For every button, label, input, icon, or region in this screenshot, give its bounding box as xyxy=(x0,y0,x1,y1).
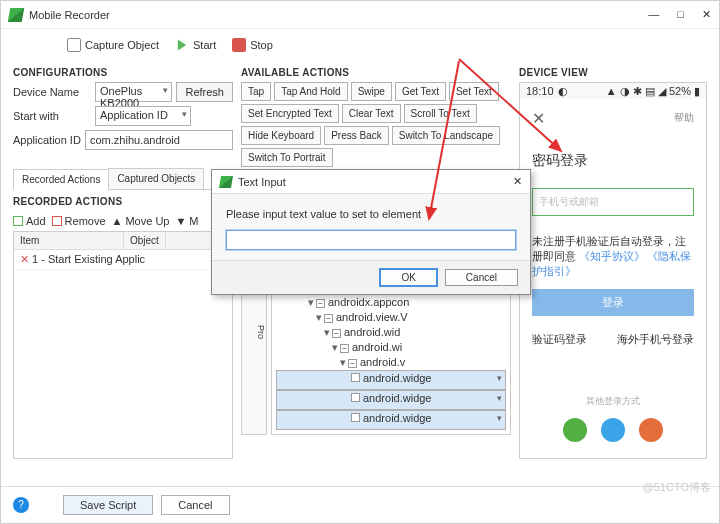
dialog-cancel-button[interactable]: Cancel xyxy=(445,269,518,286)
minimize-button[interactable]: — xyxy=(648,8,659,21)
add-action-button[interactable]: Add xyxy=(13,215,46,227)
start-button[interactable]: Start xyxy=(169,35,222,55)
device-login-button[interactable]: 登录 xyxy=(532,289,694,316)
action-chip-scroll-to-text[interactable]: Scroll To Text xyxy=(404,104,477,123)
action-chip-get-text[interactable]: Get Text xyxy=(395,82,446,101)
device-code-login[interactable]: 验证码登录 xyxy=(532,332,587,347)
tree-node[interactable]: ▾−android.v xyxy=(276,355,506,370)
device-overseas-login[interactable]: 海外手机号登录 xyxy=(617,332,694,347)
wifi-icon: ▲ ◑ ✱ ▤ ◢ xyxy=(606,85,666,98)
action-chip-tap-and-hold[interactable]: Tap And Hold xyxy=(274,82,348,101)
window-title: Mobile Recorder xyxy=(29,9,110,21)
start-with-select[interactable]: Application ID xyxy=(95,106,191,126)
status-app-icon: ◐ xyxy=(558,85,568,98)
trash-icon xyxy=(52,216,62,226)
remove-action-button[interactable]: Remove xyxy=(52,215,106,227)
save-script-button[interactable]: Save Script xyxy=(63,495,153,515)
help-icon[interactable]: ? xyxy=(13,497,29,513)
tree-node[interactable]: ▾−android.view.V xyxy=(276,310,506,325)
available-actions-heading: AVAILABLE ACTIONS xyxy=(241,67,511,78)
col-object: Object xyxy=(124,232,166,249)
device-phone-input[interactable]: 手机号或邮箱 xyxy=(532,188,694,216)
action-chip-hide-keyboard[interactable]: Hide Keyboard xyxy=(241,126,321,145)
title-bar: Mobile Recorder — □ ✕ xyxy=(1,1,719,29)
tab-captured-objects[interactable]: Captured Objects xyxy=(108,168,204,189)
action-chip-press-back[interactable]: Press Back xyxy=(324,126,389,145)
dialog-text-input[interactable] xyxy=(226,230,516,250)
move-up-button[interactable]: ▲Move Up xyxy=(112,215,170,227)
tree-node[interactable]: ▾−androidx.appcon xyxy=(276,295,506,310)
action-chip-switch-to-landscape[interactable]: Switch To Landscape xyxy=(392,126,500,145)
dialog-ok-button[interactable]: OK xyxy=(380,269,436,286)
weibo-login-icon[interactable] xyxy=(639,418,663,442)
start-with-label: Start with xyxy=(13,110,91,122)
stop-icon xyxy=(232,38,246,52)
battery-icon: ▮ xyxy=(694,85,700,98)
app-logo-icon xyxy=(8,8,24,22)
text-input-dialog: Text Input ✕ Please input text value to … xyxy=(211,169,531,295)
col-item: Item xyxy=(14,232,124,249)
camera-icon xyxy=(67,38,81,52)
watermark: @51CTO博客 xyxy=(643,480,711,495)
action-chip-clear-text[interactable]: Clear Text xyxy=(342,104,401,123)
device-name-select[interactable]: OnePlus KB2000 (Android 11 xyxy=(95,82,172,102)
recorded-actions-grid[interactable]: ItemObject ✕1 - Start Existing Applic xyxy=(13,231,233,459)
action-chip-set-text[interactable]: Set Text xyxy=(449,82,499,101)
maximize-button[interactable]: □ xyxy=(677,8,684,21)
device-close-icon[interactable]: ✕ xyxy=(532,110,545,127)
table-row[interactable]: ✕1 - Start Existing Applic xyxy=(14,250,232,270)
action-chip-swipe[interactable]: Swipe xyxy=(351,82,392,101)
x-icon: ✕ xyxy=(20,253,29,265)
play-icon xyxy=(175,38,189,52)
battery-text: 52% xyxy=(669,85,691,97)
device-preview: 18:10 ◐ ▲ ◑ ✱ ▤ ◢52%▮ ✕ 帮助 密码登录 手机号或邮箱 未… xyxy=(519,82,707,459)
application-id-label: Application ID xyxy=(13,134,81,146)
dialog-title: Text Input xyxy=(238,176,286,188)
dialog-logo-icon xyxy=(219,176,233,188)
qq-login-icon[interactable] xyxy=(601,418,625,442)
action-chip-switch-to-portrait[interactable]: Switch To Portrait xyxy=(241,148,333,167)
stop-button[interactable]: Stop xyxy=(226,35,279,55)
device-name-label: Device Name xyxy=(13,86,91,98)
application-id-input[interactable] xyxy=(85,130,233,150)
wechat-login-icon[interactable] xyxy=(563,418,587,442)
available-actions: TapTap And HoldSwipeGet TextSet TextSet … xyxy=(241,82,511,167)
tree-node[interactable]: ▾−android.wid xyxy=(276,325,506,340)
tab-recorded-actions[interactable]: Recorded Actions xyxy=(13,169,109,190)
arrow-up-icon: ▲ xyxy=(112,215,123,227)
arrow-down-icon: ▼ xyxy=(175,215,186,227)
footer: ? Save Script Cancel xyxy=(1,486,719,523)
recorded-actions-heading: RECORDED ACTIONS xyxy=(13,196,233,207)
tree-node[interactable]: android.widge xyxy=(276,370,506,390)
device-alt-label: 其他登录方式 xyxy=(532,395,694,408)
dialog-close-icon[interactable]: ✕ xyxy=(513,175,522,188)
action-chip-set-encrypted-text[interactable]: Set Encrypted Text xyxy=(241,104,339,123)
cancel-button[interactable]: Cancel xyxy=(161,495,229,515)
move-down-button[interactable]: ▼M xyxy=(175,215,198,227)
tree-node[interactable]: android.widge xyxy=(276,410,506,430)
tree-node[interactable]: ▾−android.wi xyxy=(276,340,506,355)
action-chip-tap[interactable]: Tap xyxy=(241,82,271,101)
toolbar: Capture Object Start Stop xyxy=(1,29,719,61)
close-button[interactable]: ✕ xyxy=(702,8,711,21)
configurations-heading: CONFIGURATIONS xyxy=(13,67,233,78)
status-time: 18:10 xyxy=(526,85,554,97)
device-page-title: 密码登录 xyxy=(532,152,694,170)
device-hint: 未注册手机验证后自动登录，注册即同意 《知乎协议》 《隐私保护指引》 xyxy=(532,234,694,279)
device-view-heading: DEVICE VIEW xyxy=(519,67,707,78)
plus-icon xyxy=(13,216,23,226)
refresh-button[interactable]: Refresh xyxy=(176,82,233,102)
capture-object-button[interactable]: Capture Object xyxy=(61,35,165,55)
device-help-link[interactable]: 帮助 xyxy=(674,111,694,125)
tree-node[interactable]: android.widge xyxy=(276,390,506,410)
dialog-prompt: Please input text value to set to elemen… xyxy=(226,208,516,220)
status-bar: 18:10 ◐ ▲ ◑ ✱ ▤ ◢52%▮ xyxy=(520,83,706,99)
